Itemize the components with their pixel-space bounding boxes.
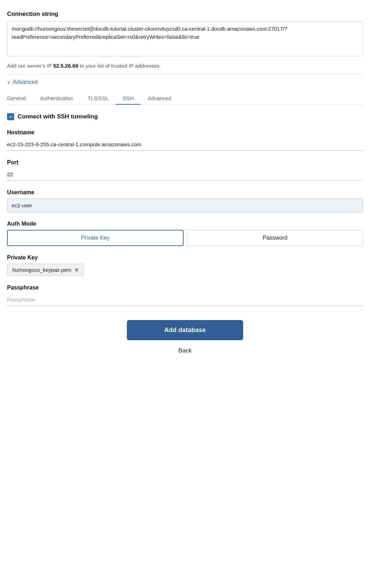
hostname-input[interactable] (7, 139, 363, 151)
add-database-button[interactable]: Add database (127, 320, 243, 340)
connection-string-input[interactable] (7, 21, 363, 56)
ssh-content: Connect with SSH tunneling Hostname Port… (7, 113, 363, 306)
private-key-file-tag: humongous_keypair.pem ✕ (7, 264, 84, 276)
ssh-tunneling-label: Connect with SSH tunneling (18, 113, 98, 120)
port-label: Port (7, 159, 363, 166)
chevron-down-icon: ∨ (7, 80, 11, 85)
tab-authentication[interactable]: Authentication (33, 92, 80, 105)
auth-mode-label: Auth Mode (7, 221, 363, 227)
passphrase-input[interactable] (7, 294, 363, 306)
tab-ssh[interactable]: SSH (116, 92, 141, 105)
username-label: Username (7, 189, 363, 196)
ssh-tunneling-checkbox[interactable] (7, 113, 14, 120)
username-input[interactable] (7, 198, 363, 212)
private-key-label: Private Key (7, 255, 363, 261)
tabs-bar: General Authentication TLS/SSL SSH Advan… (7, 92, 363, 105)
private-key-filename: humongous_keypair.pem (12, 267, 72, 273)
back-button[interactable]: Back (7, 347, 363, 354)
auth-mode-password-btn[interactable]: Password (187, 230, 363, 246)
ip-notice-prefix: Add our server's IP (7, 63, 53, 69)
hostname-label: Hostname (7, 129, 363, 136)
advanced-toggle[interactable]: ∨ Advanced (7, 79, 363, 85)
passphrase-group: Passphrase (7, 284, 363, 306)
connection-string-section: Connection string (7, 11, 363, 58)
auth-mode-buttons: Private Key Password (7, 230, 363, 246)
ssh-tunneling-row[interactable]: Connect with SSH tunneling (7, 113, 363, 120)
private-key-group: Private Key humongous_keypair.pem ✕ (7, 255, 363, 276)
tab-advanced[interactable]: Advanced (141, 92, 178, 105)
ip-address: 52.5.26.69 (53, 63, 78, 69)
advanced-toggle-label: Advanced (13, 79, 38, 85)
auth-mode-group: Auth Mode Private Key Password (7, 221, 363, 246)
hostname-group: Hostname (7, 129, 363, 151)
ip-notice: Add our server's IP 52.5.26.69 to your l… (7, 63, 363, 74)
username-group: Username (7, 189, 363, 212)
auth-mode-private-key-btn[interactable]: Private Key (7, 230, 184, 246)
tab-tls-ssl[interactable]: TLS/SSL (80, 92, 116, 105)
passphrase-label: Passphrase (7, 284, 363, 291)
ip-notice-suffix: to your list of trusted IP addresses. (78, 63, 161, 69)
private-key-remove-btn[interactable]: ✕ (74, 267, 79, 273)
tab-general[interactable]: General (7, 92, 33, 105)
connection-string-label: Connection string (7, 11, 363, 18)
port-group: Port (7, 159, 363, 181)
port-input[interactable] (7, 169, 363, 180)
